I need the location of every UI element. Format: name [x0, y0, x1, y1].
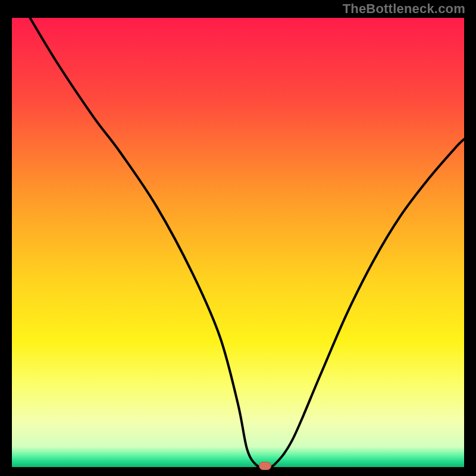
- watermark-text: TheBottleneck.com: [343, 1, 465, 17]
- chart-frame: TheBottleneck.com: [0, 0, 476, 476]
- bottleneck-chart: [0, 0, 476, 476]
- optimum-marker: [259, 462, 271, 470]
